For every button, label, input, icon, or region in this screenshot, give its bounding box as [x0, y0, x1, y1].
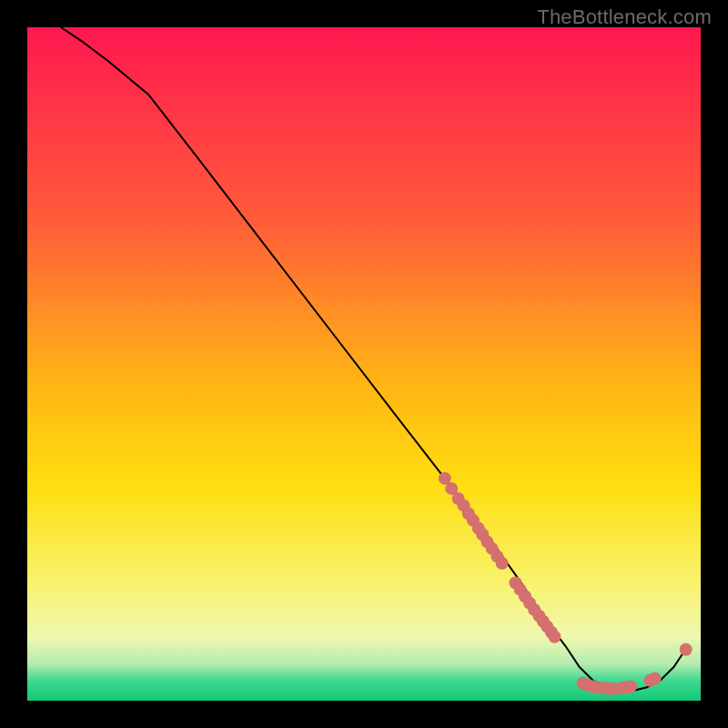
bottleneck-curve-chart: [0, 0, 728, 728]
chart-frame: TheBottleneck.com: [0, 0, 728, 728]
data-dot: [624, 681, 637, 693]
gradient-background: [27, 27, 701, 701]
data-dot: [680, 643, 693, 656]
data-dot: [496, 557, 509, 570]
data-dot: [548, 631, 561, 643]
data-dot: [649, 672, 662, 685]
watermark-label: TheBottleneck.com: [537, 5, 712, 29]
